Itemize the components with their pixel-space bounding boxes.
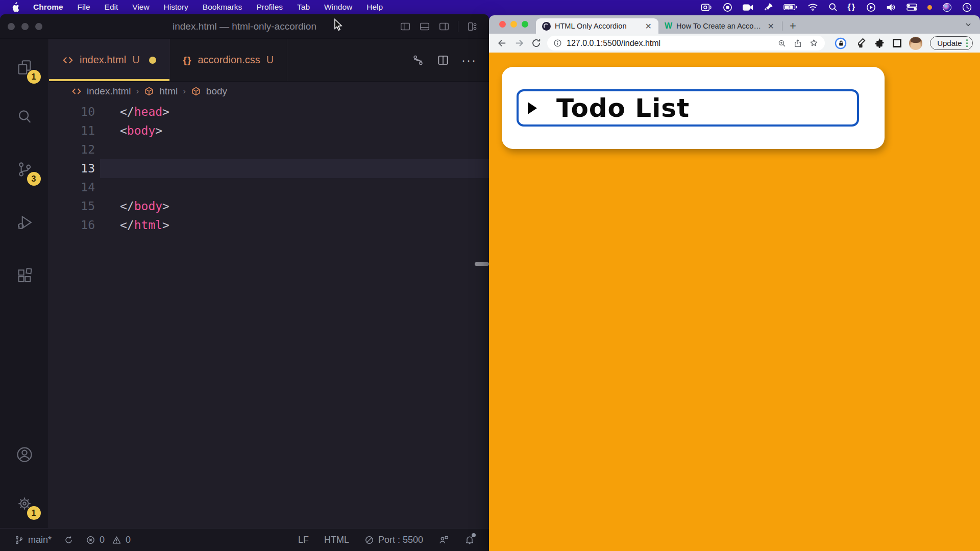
menu-item-bookmarks[interactable]: Bookmarks	[203, 3, 242, 12]
play-circle-icon[interactable]	[866, 3, 876, 12]
sidebar-item-search[interactable]	[0, 92, 49, 141]
sync-changes-item[interactable]	[64, 535, 74, 545]
extensions-puzzle-icon[interactable]	[873, 37, 885, 49]
address-bar[interactable]: 127.0.0.1:5500/index.html	[547, 36, 825, 51]
apple-logo-icon[interactable]	[11, 2, 20, 12]
battery-charging-icon[interactable]	[783, 4, 797, 11]
chrome-window: HTML Only Accordion ✕ W How To Create an…	[489, 15, 980, 551]
editor-sash-handle[interactable]	[475, 262, 489, 266]
back-icon[interactable]	[496, 37, 508, 49]
breadcrumb-separator: ›	[136, 86, 139, 96]
line-number: 11	[49, 121, 100, 140]
reload-icon[interactable]	[531, 38, 542, 48]
menu-item-window[interactable]: Window	[324, 3, 352, 12]
breadcrumb-file[interactable]: index.html	[87, 86, 131, 97]
tab-label: index.html	[80, 54, 126, 66]
code-line-15[interactable]: 15</body>	[49, 197, 489, 216]
port-label: Port : 5500	[378, 535, 423, 545]
dark-frame-extension-icon[interactable]	[893, 39, 901, 47]
settings-gear-icon[interactable]: 1	[0, 479, 49, 528]
symbol-cube-icon	[191, 86, 201, 96]
screen-record-icon[interactable]	[701, 3, 713, 12]
code-line-14[interactable]: 14	[49, 178, 489, 197]
record-icon[interactable]	[723, 3, 732, 12]
rocket-icon[interactable]	[764, 3, 773, 12]
chrome-tab-strip: HTML Only Accordion ✕ W How To Create an…	[489, 15, 980, 34]
new-tab-button[interactable]: +	[786, 19, 800, 33]
menu-item-profiles[interactable]: Profiles	[256, 3, 283, 12]
menu-item-file[interactable]: File	[78, 3, 90, 12]
code-line-11[interactable]: 11<body>	[49, 121, 489, 140]
remote-person-icon[interactable]	[438, 535, 449, 545]
site-info-icon[interactable]	[553, 39, 562, 47]
language-mode[interactable]: HTML	[324, 535, 349, 545]
menu-item-tab[interactable]: Tab	[297, 3, 310, 12]
toggle-panel-icon[interactable]	[419, 21, 430, 32]
browser-tab-active[interactable]: HTML Only Accordion ✕	[536, 18, 658, 34]
recording-dot-icon[interactable]	[927, 5, 932, 10]
video-camera-icon[interactable]	[743, 4, 753, 11]
menu-item-edit[interactable]: Edit	[105, 3, 118, 12]
warning-count: 0	[126, 535, 131, 545]
tab-search-chevron-icon[interactable]	[965, 21, 972, 28]
vscode-titlebar[interactable]: index.html — html-only-accordion	[0, 14, 489, 39]
menu-item-history[interactable]: History	[164, 3, 188, 12]
url-text[interactable]: 127.0.0.1:5500/index.html	[567, 39, 773, 48]
tab-index-html[interactable]: index.html U	[49, 39, 170, 81]
sidebar-item-extensions[interactable]	[0, 251, 49, 300]
clock-icon[interactable]	[962, 3, 972, 12]
share-icon[interactable]	[793, 39, 802, 48]
privacy-extension-icon[interactable]	[835, 37, 847, 49]
braces-icon[interactable]: {}	[848, 3, 856, 12]
git-status-letter: U	[132, 54, 139, 66]
accordion-summary[interactable]: Todo List	[517, 89, 859, 127]
wifi-icon[interactable]	[807, 3, 818, 11]
breadcrumb-html[interactable]: html	[159, 86, 178, 97]
sidebar-item-source-control[interactable]: 3	[0, 145, 49, 194]
toggle-primary-sidebar-icon[interactable]	[400, 21, 411, 32]
notifications-bell-icon[interactable]	[464, 535, 475, 545]
forward-icon[interactable]	[513, 37, 525, 49]
explorer-badge: 1	[27, 70, 41, 84]
zoom-window-button[interactable]	[522, 21, 528, 28]
update-button[interactable]: Update	[930, 36, 973, 50]
browser-tab-inactive[interactable]: W How To Create an Accordion ✕	[658, 18, 781, 34]
customize-layout-icon[interactable]	[467, 21, 478, 32]
live-server-port[interactable]: Port : 5500	[364, 535, 423, 545]
menu-item-help[interactable]: Help	[366, 3, 383, 12]
profile-avatar[interactable]	[909, 37, 922, 50]
modified-dot-icon[interactable]	[149, 57, 156, 64]
search-icon[interactable]	[828, 3, 838, 12]
line-number: 16	[49, 216, 100, 235]
code-editor[interactable]: 10</head>11<body>12131415</body>16</html…	[49, 101, 489, 528]
toggle-secondary-sidebar-icon[interactable]	[438, 21, 450, 32]
volume-icon[interactable]	[886, 3, 896, 12]
problems-item[interactable]: 0 0	[86, 535, 131, 545]
code-line-12[interactable]: 12	[49, 140, 489, 159]
tab-accordion-css[interactable]: {} accordion.css U	[170, 39, 288, 81]
zoom-icon[interactable]	[777, 39, 787, 48]
bookmark-star-icon[interactable]	[809, 38, 819, 48]
close-window-button[interactable]	[499, 21, 506, 28]
colorpicker-extension-icon[interactable]	[854, 38, 866, 49]
chrome-menu-dots-icon[interactable]	[966, 39, 968, 47]
code-line-10[interactable]: 10</head>	[49, 103, 489, 121]
control-center-icon[interactable]	[906, 4, 917, 11]
sidebar-item-explorer[interactable]: 1	[0, 43, 49, 92]
close-tab-icon[interactable]: ✕	[644, 21, 653, 31]
sidebar-item-run-debug[interactable]	[0, 198, 49, 247]
open-changes-icon[interactable]	[411, 54, 425, 67]
menu-item-view[interactable]: View	[132, 3, 149, 12]
split-editor-icon[interactable]	[437, 54, 449, 66]
git-branch-item[interactable]: main*	[14, 535, 52, 545]
siri-icon[interactable]	[942, 3, 952, 12]
code-line-13[interactable]: 13	[49, 159, 489, 178]
account-icon[interactable]	[0, 430, 49, 479]
more-actions-icon[interactable]: ···	[461, 53, 477, 67]
menu-item-chrome[interactable]: Chrome	[33, 3, 63, 12]
minimize-window-button[interactable]	[510, 21, 517, 28]
breadcrumb-body[interactable]: body	[206, 86, 227, 97]
close-tab-icon[interactable]: ✕	[766, 21, 776, 31]
eol-indicator[interactable]: LF	[298, 535, 309, 545]
code-line-16[interactable]: 16</html>	[49, 216, 489, 235]
